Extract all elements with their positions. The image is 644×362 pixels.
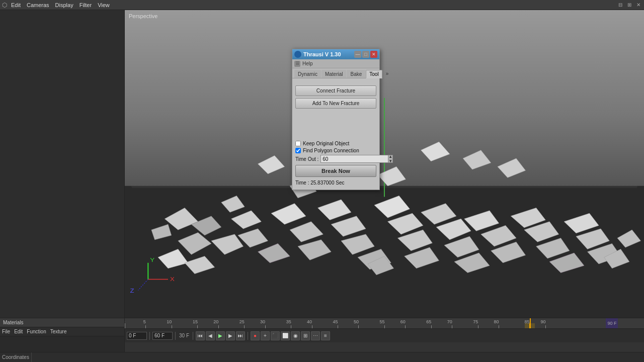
ruler-mark-80: 80 xyxy=(499,325,499,328)
mat-function-menu[interactable]: Function xyxy=(27,329,46,334)
find-polygon-checkbox[interactable] xyxy=(295,148,301,153)
win-close[interactable]: ✕ xyxy=(635,2,642,9)
ruler-mark-75: 75 xyxy=(478,325,478,328)
tool-btn-7[interactable]: ≡ xyxy=(321,331,330,340)
help-label: Help xyxy=(302,61,313,66)
ruler-mark-70: 70 xyxy=(452,325,452,328)
tool-btn-2[interactable]: ⬛ xyxy=(271,331,280,340)
tool-btn-6[interactable]: ⋯ xyxy=(311,331,320,340)
tool-btn-5[interactable]: ⊞ xyxy=(301,331,310,340)
ruler-mark-40: 40 xyxy=(312,325,312,328)
ruler-mark-20: 20 xyxy=(218,325,219,328)
materials-menubar: File Edit Function Texture xyxy=(0,327,124,336)
timeline[interactable]: 0 5 10 15 20 25 30 35 40 45 50 55 60 65 … xyxy=(125,318,644,352)
find-polygon-label: Find Polygon Connection xyxy=(303,148,359,153)
timeout-label: Time Out : xyxy=(295,156,318,162)
materials-content xyxy=(0,336,124,352)
app-icon: ⬡ xyxy=(2,2,7,9)
minimize-icon: — xyxy=(356,52,360,57)
left-sidebar xyxy=(0,10,125,318)
break-now-button[interactable]: Break Now xyxy=(295,165,376,177)
dialog-close[interactable]: ✕ xyxy=(370,51,377,58)
ruler-mark-5: 5 xyxy=(145,325,146,328)
ruler-mark-30: 30 xyxy=(265,325,266,328)
fps-label: 30 F xyxy=(179,333,189,338)
keep-original-label: Keep Original Object xyxy=(303,141,349,146)
svg-text:Y: Y xyxy=(150,257,154,263)
record-button[interactable]: ● xyxy=(251,331,260,340)
divider-3 xyxy=(193,332,193,340)
dialog-restore[interactable]: □ xyxy=(362,51,369,58)
tab-dynamic[interactable]: Dynamic xyxy=(294,70,321,78)
divider-2 xyxy=(175,332,176,340)
menu-view[interactable]: View xyxy=(98,2,110,8)
menu-cameras[interactable]: Cameras xyxy=(27,2,49,8)
mat-texture-menu[interactable]: Texture xyxy=(50,329,67,334)
thrausi-icon xyxy=(294,51,301,58)
materials-bar: Materials File Edit Function Texture xyxy=(0,318,125,352)
timeout-input[interactable] xyxy=(320,155,388,163)
connect-fracture-button[interactable]: Connect Fracture xyxy=(295,85,376,96)
materials-label: Materials xyxy=(3,320,24,325)
ruler-mark-90: 90 xyxy=(545,325,546,328)
tab-bake[interactable]: Bake xyxy=(347,70,365,78)
restore-icon: □ xyxy=(364,52,367,57)
tool-btn-4[interactable]: ◉ xyxy=(291,331,300,340)
mat-edit-menu[interactable]: Edit xyxy=(14,329,23,334)
svg-text:X: X xyxy=(170,276,175,283)
viewport-label: Perspective xyxy=(129,13,157,19)
timeline-ruler[interactable]: 0 5 10 15 20 25 30 35 40 45 50 55 60 65 … xyxy=(125,318,644,328)
svg-text:Z: Z xyxy=(130,288,135,294)
thrausi-help-bar: ⠿ Help xyxy=(292,59,379,68)
step-back-button[interactable]: ◀ xyxy=(206,331,215,340)
tool-btn-3[interactable]: ⬜ xyxy=(281,331,290,340)
bottom-left-section: Coordinates xyxy=(0,352,32,362)
top-menubar: ⬡ Edit Cameras Display Filter View ⊟ ⊞ ✕ xyxy=(0,0,644,10)
keep-original-row: Keep Original Object xyxy=(295,141,376,146)
thrausi-dialog: Thrausi V 1.30 — □ ✕ ⠿ Help Dynamic Mate… xyxy=(292,49,380,190)
current-frame-field[interactable] xyxy=(127,332,147,340)
close-icon: ✕ xyxy=(372,52,376,57)
win-minimize[interactable]: ⊟ xyxy=(617,2,624,9)
play-button[interactable]: ▶ xyxy=(216,331,225,340)
win-restore[interactable]: ⊞ xyxy=(626,2,633,9)
tab-material[interactable]: Material xyxy=(321,70,347,78)
ruler-mark-65: 65 xyxy=(431,325,432,328)
step-forward-button[interactable]: ▶ xyxy=(226,331,235,340)
ruler-mark-45: 45 xyxy=(338,325,338,328)
menu-display[interactable]: Display xyxy=(55,2,73,8)
menu-edit[interactable]: Edit xyxy=(11,2,21,8)
menu-filter[interactable]: Filter xyxy=(79,2,92,8)
playback-controls: 30 F ⏮ ◀ ▶ ▶ ⏭ ● + ⬛ ⬜ ◉ ⊞ ⋯ ≡ xyxy=(125,328,644,342)
tool-btn-1[interactable]: + xyxy=(261,331,270,340)
thrausi-tabs: Dynamic Material Bake Tool » xyxy=(292,68,379,78)
ruler-mark-0: 0 xyxy=(125,323,125,328)
add-to-new-fracture-button[interactable]: Add To New Fracture xyxy=(295,98,376,109)
timeout-spinner[interactable]: ▲▼ xyxy=(388,155,393,163)
thrausi-titlebar[interactable]: Thrausi V 1.30 — □ ✕ xyxy=(292,49,379,59)
materials-title: Materials xyxy=(0,318,124,327)
thrausi-content: Connect Fracture Add To New Fracture Kee… xyxy=(292,78,379,190)
mat-file-menu[interactable]: File xyxy=(2,329,10,334)
find-polygon-row: Find Polygon Connection xyxy=(295,148,376,153)
help-icon: ⠿ xyxy=(294,61,300,67)
tab-more[interactable]: » xyxy=(384,70,391,77)
ruler-mark-25: 25 xyxy=(244,325,245,328)
go-to-start-button[interactable]: ⏮ xyxy=(196,331,205,340)
ruler-mark-60: 60 xyxy=(405,325,406,328)
tab-tool[interactable]: Tool xyxy=(366,70,382,78)
timeout-row: Time Out : ▲▼ xyxy=(295,155,376,163)
end-frame-indicator: 90 F xyxy=(606,318,618,328)
coordinates-label: Coordinates xyxy=(2,354,29,360)
viewport[interactable]: X Y Z Perspective xyxy=(125,10,644,318)
ruler-mark-10: 10 xyxy=(172,325,172,328)
ruler-mark-50: 50 xyxy=(358,325,359,328)
dialog-minimize[interactable]: — xyxy=(354,51,361,58)
divider-4 xyxy=(248,332,248,340)
frame-field-2[interactable] xyxy=(152,332,173,340)
frame-marker xyxy=(530,318,531,328)
ruler-marks: 0 5 10 15 20 25 30 35 40 45 50 55 60 65 … xyxy=(125,318,644,328)
keep-original-checkbox[interactable] xyxy=(295,141,301,146)
ruler-mark-35: 35 xyxy=(291,325,291,328)
go-to-end-button[interactable]: ⏭ xyxy=(236,331,245,340)
